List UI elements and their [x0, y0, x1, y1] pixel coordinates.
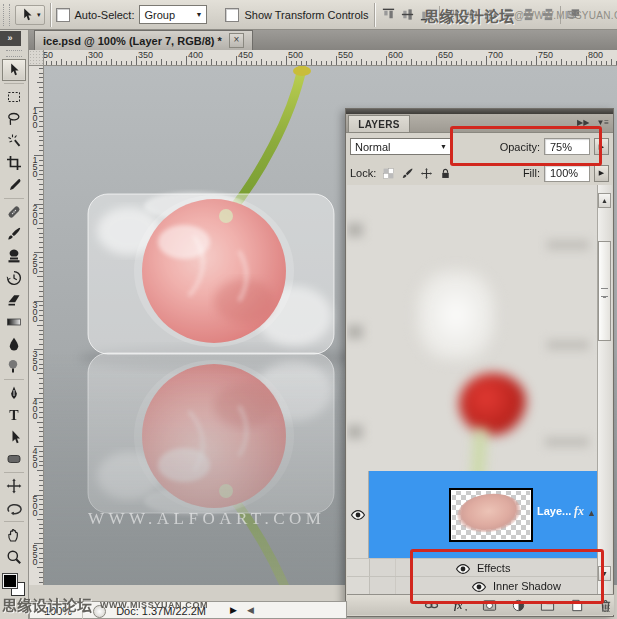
v-ruler-label: 300 — [30, 300, 39, 321]
tool-preset-arrow-icon: ▾ — [37, 11, 41, 19]
ruler-tick — [306, 61, 307, 65]
vertical-ruler[interactable]: 100150200250300350400450500550600 — [29, 66, 44, 585]
distribute-top-edges-button[interactable] — [444, 7, 461, 23]
tool-zoom[interactable] — [2, 546, 26, 568]
ruler-tick — [366, 61, 367, 65]
align-bottom-edges-button[interactable] — [418, 7, 435, 23]
scrollbar-thumb[interactable] — [598, 241, 611, 341]
current-tool-chip[interactable]: ▾ — [15, 5, 45, 25]
tool-3d-rotate[interactable] — [2, 475, 26, 497]
fill-spinner-arrow-icon[interactable]: ▶ — [594, 165, 609, 182]
scroll-up-arrow-icon[interactable]: ▲ — [598, 193, 611, 208]
ruler-tick — [611, 59, 612, 65]
ruler-tick — [271, 61, 272, 65]
ruler-tick — [39, 150, 43, 151]
ruler-tick — [39, 189, 43, 190]
lock-move-button[interactable] — [418, 165, 434, 181]
effects-collapse-arrow-icon[interactable]: ▲ — [587, 508, 596, 518]
distribute-horizontal-centers-button[interactable] — [520, 7, 537, 23]
h-ruler-label: 500 — [288, 50, 303, 60]
h-ruler-label: 450 — [238, 50, 253, 60]
document-tab[interactable]: ice.psd @ 100% (Layer 7, RGB/8) * × — [34, 30, 253, 50]
show-transform-checkbox[interactable] — [225, 8, 239, 22]
tool-gradient[interactable] — [2, 311, 26, 333]
auto-select-checkbox[interactable] — [56, 8, 70, 22]
tool-move[interactable] — [2, 59, 26, 81]
tool-type[interactable]: T — [2, 404, 26, 426]
layer-thumbnail[interactable] — [449, 488, 533, 542]
ruler-tick — [516, 61, 517, 65]
brush-icon — [6, 226, 22, 242]
layer-visibility-eye-icon[interactable] — [350, 507, 366, 523]
align-top-edges-button[interactable] — [380, 7, 397, 23]
tool-rounded-rectangle[interactable] — [2, 448, 26, 470]
ruler-tick — [431, 61, 432, 65]
layers-panel-tab[interactable]: LAYERS — [348, 115, 410, 132]
distribute-vertical-centers-button[interactable] — [463, 7, 480, 23]
ruler-tick — [101, 61, 102, 65]
distribute-bottom-edges-button[interactable] — [482, 7, 499, 23]
h-ruler-label: 550 — [338, 50, 353, 60]
show-transform-label: Show Transform Controls — [244, 9, 368, 21]
ruler-tick — [476, 61, 477, 65]
ruler-tick — [39, 533, 43, 534]
separator — [374, 3, 375, 27]
ruler-tick — [546, 61, 547, 65]
tool-clone-stamp[interactable] — [2, 245, 26, 267]
tool-lasso[interactable] — [2, 108, 26, 130]
distribute-left-edges-button[interactable] — [501, 7, 518, 23]
lock-all-button[interactable] — [437, 165, 453, 181]
ruler-tick — [39, 436, 43, 437]
tool-crop[interactable] — [2, 152, 26, 174]
blend-mode-dropdown[interactable]: Normal ▼ — [350, 138, 452, 155]
fill-field[interactable]: 100% — [544, 165, 590, 182]
zoom-level[interactable]: 100% — [44, 605, 83, 619]
tool-group-separator — [4, 472, 24, 473]
options-bar-grip[interactable] — [3, 4, 10, 26]
tool-history-brush[interactable] — [2, 267, 26, 289]
auto-select-mode-dropdown[interactable]: Group ▼ — [139, 5, 207, 24]
tool-rectangular-marquee[interactable] — [2, 86, 26, 108]
ruler-tick — [346, 61, 347, 65]
tool-hand[interactable] — [2, 524, 26, 546]
tool-path-selection[interactable] — [2, 426, 26, 448]
ruler-tick — [541, 61, 542, 65]
tool-spot-healing[interactable] — [2, 201, 26, 223]
toolbar-collapse-button[interactable]: » — [0, 31, 21, 46]
ruler-tick — [39, 194, 43, 195]
tool-blur[interactable] — [2, 333, 26, 355]
tool-magic-wand[interactable] — [2, 130, 26, 152]
tool-group-separator — [4, 379, 24, 380]
hscroll-left-arrow-icon[interactable]: ◀ — [247, 605, 254, 615]
lock-paint-button[interactable] — [399, 165, 415, 181]
crop-icon — [6, 155, 22, 171]
selected-layer-row[interactable]: Laye... fx ▲ — [347, 471, 599, 558]
ruler-tick — [326, 61, 327, 65]
ruler-tick — [106, 61, 107, 65]
align-vertical-centers-button[interactable] — [399, 7, 416, 23]
tool-brush[interactable] — [2, 223, 26, 245]
layer-name[interactable]: Laye... — [537, 505, 571, 517]
layers-scrollbar[interactable]: ▲ ▼ — [597, 185, 612, 595]
status-flyout-arrow-icon[interactable]: ▶ — [230, 605, 237, 615]
separator — [560, 6, 561, 24]
toolbar-grip[interactable] — [6, 50, 22, 57]
distribute-right-edges-button[interactable] — [539, 7, 556, 23]
color-swatches[interactable] — [1, 570, 27, 600]
ruler-tick — [39, 582, 43, 583]
ruler-tick — [37, 276, 43, 277]
lock-transparency-button[interactable] — [380, 165, 396, 181]
ruler-tick — [76, 61, 77, 65]
panel-resize-grip[interactable] — [602, 604, 612, 614]
tool-eyedropper[interactable] — [2, 174, 26, 196]
ruler-tick — [39, 247, 43, 248]
tool-pen[interactable] — [2, 382, 26, 404]
auto-align-layers-button[interactable] — [565, 7, 582, 23]
foreground-color-swatch[interactable] — [3, 574, 17, 588]
document-close-icon[interactable]: × — [229, 33, 244, 48]
tool-eraser[interactable] — [2, 289, 26, 311]
tool-3d-orbit[interactable] — [2, 497, 26, 519]
ruler-tick — [601, 61, 602, 65]
tool-dodge[interactable] — [2, 355, 26, 377]
horizontal-ruler[interactable]: 250300350400450500550600650700750800 — [44, 50, 617, 66]
